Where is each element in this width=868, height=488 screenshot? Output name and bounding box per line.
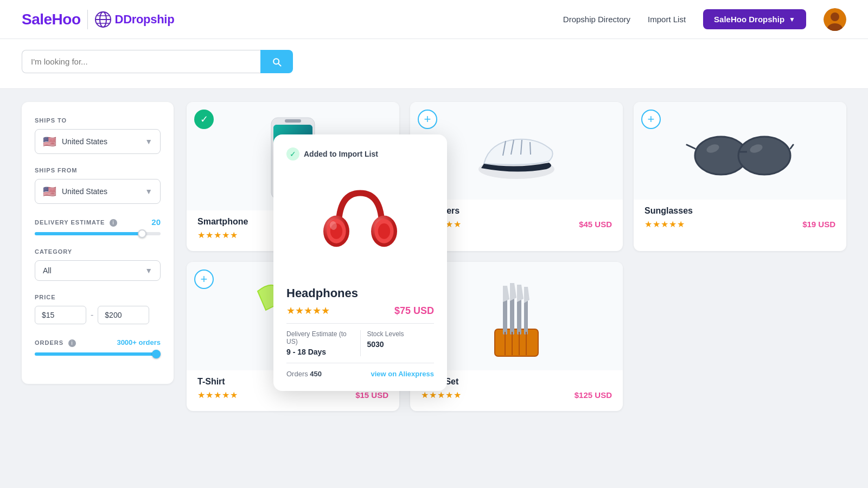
- orders-row: ORDERS i 3000+ orders: [35, 337, 161, 347]
- search-bar: [22, 50, 293, 73]
- svg-line-19: [687, 145, 695, 149]
- popup-delivery-label: Delivery Estimate (to US): [286, 330, 354, 345]
- product-bottom-tshirt: ★★★★★ $15 USD: [187, 390, 399, 400]
- delivery-value: 20: [151, 217, 161, 227]
- orders-slider-thumb[interactable]: [152, 350, 161, 358]
- popup-stars-row: ★★★★★ $75 USD: [286, 305, 434, 317]
- search-input[interactable]: [22, 50, 260, 73]
- dropship-text: DDropship: [115, 12, 175, 27]
- popup-orders-value: 450: [310, 370, 322, 378]
- orders-label-area: ORDERS i: [35, 337, 76, 347]
- popup-product-image: [286, 169, 434, 278]
- orders-value: 3000+ orders: [117, 338, 161, 346]
- category-value: All: [43, 266, 139, 275]
- popup-check-icon: ✓: [286, 147, 299, 160]
- product-stars-smartphone: ★★★★★: [197, 230, 238, 240]
- product-price-tshirt: $15 USD: [355, 390, 388, 400]
- popup-orders-label: Orders 450: [286, 370, 322, 378]
- added-check-smartphone[interactable]: ✓: [194, 110, 214, 129]
- popup-price: $75 USD: [394, 305, 434, 317]
- popup-added-text: Added to Import List: [304, 150, 378, 158]
- nav-import-list[interactable]: Import List: [648, 15, 686, 24]
- delivery-info-icon: i: [110, 219, 117, 227]
- orders-slider[interactable]: [35, 352, 161, 356]
- product-name-sneakers: Sneakers: [421, 206, 612, 216]
- us-flag-icon: 🇺🇸: [43, 135, 56, 148]
- header: SaleHoo DDropship Dropship Directory Imp…: [0, 0, 868, 39]
- slider-thumb[interactable]: [138, 229, 146, 238]
- add-button-sneakers[interactable]: +: [418, 110, 437, 129]
- orders-section: ORDERS i 3000+ orders: [35, 337, 161, 356]
- product-price-knifeset: $125 USD: [575, 390, 612, 400]
- popup-aliexpress-link[interactable]: view on Aliexpress: [371, 370, 434, 378]
- popup-added-row: ✓ Added to Import List: [286, 147, 434, 160]
- product-stars-knifeset: ★★★★★: [421, 390, 462, 400]
- avatar-icon: [824, 8, 846, 31]
- svg-rect-10: [285, 119, 301, 123]
- dropship-logo: DDropship: [94, 11, 175, 28]
- product-image-sunglasses: [634, 102, 846, 200]
- popup-product-name: Headphones: [286, 286, 434, 300]
- user-avatar[interactable]: [824, 8, 846, 31]
- svg-point-6: [831, 12, 839, 21]
- category-section: CATEGORY All ▼: [35, 248, 161, 281]
- price-label: PRICE: [35, 294, 161, 300]
- delivery-row: DELIVERY ESTIMATE i 20: [35, 217, 161, 227]
- search-button[interactable]: [260, 50, 293, 73]
- ships-to-select[interactable]: 🇺🇸 United States ▼: [35, 129, 161, 154]
- sidebar: SHIPS TO 🇺🇸 United States ▼ SHIPS FROM 🇺…: [22, 102, 174, 384]
- slider-fill: [35, 232, 142, 235]
- knifeset-image: [473, 275, 560, 362]
- product-name-sunglasses: Sunglasses: [644, 206, 835, 216]
- headphones-svg: [317, 180, 404, 267]
- product-bottom-sunglasses: ★★★★★ $19 USD: [634, 219, 846, 229]
- product-price-sneakers: $45 USD: [579, 220, 612, 229]
- product-price-sunglasses: $19 USD: [802, 220, 835, 229]
- ships-from-label: SHIPS FROM: [35, 167, 161, 174]
- nav-dropship-directory[interactable]: Dropship Directory: [563, 15, 630, 24]
- orders-info-icon: i: [68, 339, 76, 347]
- orders-slider-fill: [35, 352, 161, 356]
- product-name-knifeset: Knife Set: [421, 377, 612, 387]
- product-card-sunglasses: + Sunglasses ★★★★★ $19 USD: [634, 102, 846, 251]
- salehoo-logo: SaleHoo: [22, 11, 81, 28]
- delivery-label: DELIVERY ESTIMATE i: [35, 217, 117, 227]
- svg-rect-23: [495, 329, 538, 356]
- us-flag-from-icon: 🇺🇸: [43, 185, 56, 198]
- svg-line-20: [790, 145, 793, 149]
- popup-stock-label: Stock Levels: [367, 330, 435, 338]
- category-chevron-icon: ▼: [145, 266, 152, 275]
- chevron-down-icon: ▼: [789, 16, 795, 23]
- sneakers-image: [473, 120, 560, 185]
- ships-from-value: United States: [62, 187, 139, 196]
- price-section: PRICE -: [35, 294, 161, 324]
- price-max-input[interactable]: [98, 306, 149, 324]
- popup-card: ✓ Added to Import List: [273, 134, 447, 391]
- price-min-input[interactable]: [35, 306, 86, 324]
- popup-stock-value: 5030: [367, 340, 435, 349]
- delivery-section: DELIVERY ESTIMATE i 20: [35, 217, 161, 235]
- category-select[interactable]: All ▼: [35, 260, 161, 281]
- add-button-tshirt[interactable]: +: [194, 269, 214, 289]
- popup-stars: ★★★★★: [286, 305, 330, 317]
- search-section: [0, 39, 868, 89]
- ships-from-chevron-icon: ▼: [145, 187, 152, 196]
- product-info-sunglasses: Sunglasses: [634, 200, 846, 216]
- popup-details-row: Delivery Estimate (to US) 9 - 18 Days St…: [286, 330, 434, 356]
- add-button-sunglasses[interactable]: +: [641, 110, 661, 129]
- delivery-slider[interactable]: [35, 232, 161, 235]
- products-area: ✓ Smartphone ★★★★★ $199 USD: [187, 102, 846, 472]
- logo-divider: [87, 10, 88, 29]
- main-content: SHIPS TO 🇺🇸 United States ▼ SHIPS FROM 🇺…: [0, 89, 868, 485]
- popup-delivery-value: 9 - 18 Days: [286, 348, 354, 356]
- product-stars-sunglasses: ★★★★★: [644, 219, 685, 229]
- globe-icon: [94, 11, 112, 28]
- popup-divider-2: [286, 363, 434, 363]
- sunglasses-image: [686, 120, 794, 185]
- price-range: -: [35, 306, 161, 324]
- product-detail-popup: ✓ Added to Import List: [273, 134, 447, 391]
- search-icon: [271, 56, 282, 67]
- salehoo-dropship-button[interactable]: SaleHoo Dropship ▼: [703, 9, 806, 29]
- ships-from-section: SHIPS FROM 🇺🇸 United States ▼: [35, 167, 161, 204]
- ships-from-select[interactable]: 🇺🇸 United States ▼: [35, 179, 161, 204]
